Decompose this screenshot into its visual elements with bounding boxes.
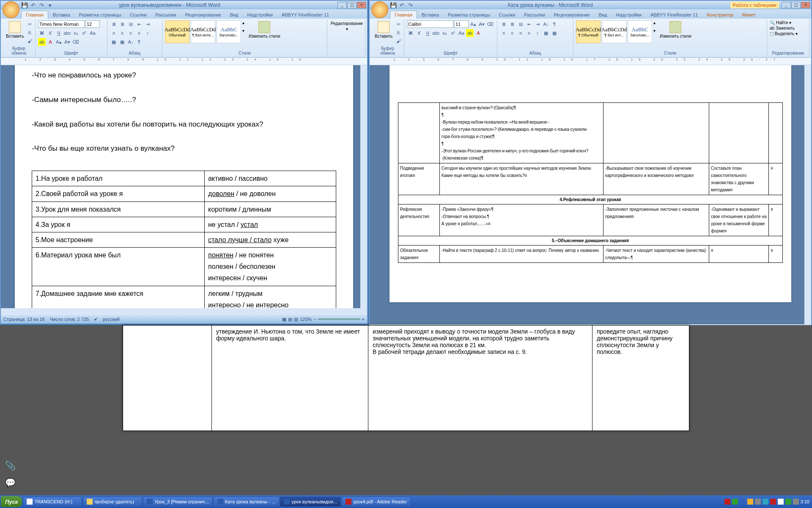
styles-down-icon[interactable]: ▾ bbox=[242, 28, 247, 33]
superscript-button[interactable]: x² bbox=[80, 29, 88, 37]
tab-pagelayout[interactable]: Разметка страницы bbox=[75, 11, 126, 19]
tab-layout[interactable]: Макет bbox=[738, 11, 760, 19]
strike-button[interactable]: abc bbox=[432, 29, 440, 37]
start-button[interactable]: Пуск bbox=[1, 496, 22, 507]
taskbar-item[interactable]: проба(не удалять) bbox=[83, 497, 142, 507]
styles-up-icon[interactable]: ▴ bbox=[653, 20, 658, 25]
cut-icon[interactable]: ✂ bbox=[395, 20, 402, 28]
zoom-slider[interactable] bbox=[318, 318, 360, 320]
tab-home[interactable]: Главная bbox=[390, 11, 417, 19]
grow-font-button[interactable]: A▴ bbox=[469, 20, 477, 28]
align-left-button[interactable]: ≡ bbox=[110, 29, 118, 37]
minimize-button[interactable]: _ bbox=[782, 2, 791, 8]
editing-button[interactable]: Редактирование▾ bbox=[330, 20, 364, 32]
qat-more-icon[interactable]: ▾ bbox=[47, 2, 53, 8]
copy-icon[interactable]: ⎘ bbox=[395, 29, 402, 36]
underline-button[interactable]: Ч bbox=[424, 29, 431, 37]
align-center-button[interactable]: ≡ bbox=[508, 29, 516, 37]
borders-button[interactable]: ▦ bbox=[551, 29, 558, 37]
close-button[interactable]: × bbox=[357, 2, 366, 8]
tab-view[interactable]: Вид bbox=[595, 11, 612, 19]
change-case-button[interactable]: Aa bbox=[458, 29, 465, 37]
highlight-button[interactable]: ab bbox=[38, 38, 46, 46]
comment-icon[interactable]: 💬 bbox=[5, 478, 16, 488]
underline-button[interactable]: Ч bbox=[55, 29, 63, 37]
status-words[interactable]: Число слов: 2 725 bbox=[50, 317, 89, 322]
font-color-button[interactable]: A bbox=[475, 29, 482, 37]
tray-icon[interactable] bbox=[740, 499, 746, 505]
justify-button[interactable]: ≡ bbox=[525, 29, 533, 37]
tab-insert[interactable]: Вставка bbox=[49, 11, 74, 19]
show-marks-button[interactable]: ¶ bbox=[135, 38, 143, 46]
highlight-button[interactable]: ab bbox=[466, 29, 474, 37]
tab-addins[interactable]: Надстройки bbox=[243, 11, 277, 19]
style-normal[interactable]: AaBbCcDdОбычный bbox=[165, 20, 189, 43]
style-heading1[interactable]: AaBbCЗаголово... bbox=[628, 20, 652, 43]
italic-button[interactable]: К bbox=[47, 29, 54, 37]
horizontal-scrollbar[interactable] bbox=[1, 308, 360, 315]
tray-icon[interactable] bbox=[778, 499, 784, 505]
tab-abbyy[interactable]: ABBYY FineReader 11 bbox=[277, 11, 333, 19]
document-area[interactable]: -Что не понравилось на уроке? -Самым инт… bbox=[1, 65, 367, 315]
close-button[interactable]: × bbox=[801, 2, 810, 8]
strike-button[interactable]: abc bbox=[63, 29, 71, 37]
italic-button[interactable]: К bbox=[415, 29, 423, 37]
spellcheck-icon[interactable]: ✔ bbox=[94, 317, 98, 322]
find-button[interactable]: 🔍 Найти ▾ bbox=[770, 20, 791, 25]
select-button[interactable]: ⬚ Выделить ▾ bbox=[770, 31, 798, 36]
document-area[interactable]: высокий·в·стране·вулкан?·(Орисаба)¶ ¶ -В… bbox=[370, 65, 811, 324]
zoom-in-button[interactable]: + bbox=[362, 317, 365, 322]
multilevel-button[interactable]: ⊟ bbox=[517, 20, 524, 28]
shading-button[interactable]: ▦ bbox=[110, 38, 118, 46]
save-icon[interactable]: 💾 bbox=[390, 2, 397, 8]
tray-icon[interactable] bbox=[755, 499, 761, 505]
horizontal-ruler[interactable]: ·1·2·3·6·7·8·9·10·11·15·16·17·18·19·20·2… bbox=[370, 58, 811, 65]
align-right-button[interactable]: ≡ bbox=[517, 29, 524, 37]
tab-review[interactable]: Рецензирование bbox=[550, 11, 594, 19]
indent-dec-button[interactable]: ⇤ bbox=[525, 20, 533, 28]
taskbar-item[interactable]: Ката урока вулканы - ... bbox=[214, 497, 280, 507]
attachment-icon[interactable]: 📎 bbox=[5, 461, 16, 471]
status-lang[interactable]: русский bbox=[103, 317, 119, 322]
style-nospacing[interactable]: AaBbCcDd¶ Без инте... bbox=[191, 20, 215, 43]
line-spacing-button[interactable]: ↕ bbox=[534, 29, 541, 37]
status-page[interactable]: Страница: 13 из 16 bbox=[3, 317, 45, 322]
styles-up-icon[interactable]: ▴ bbox=[242, 20, 247, 25]
undo-icon[interactable]: ↶ bbox=[30, 2, 36, 8]
redo-icon[interactable]: ↷ bbox=[38, 2, 45, 8]
tab-review[interactable]: Рецензирование bbox=[181, 11, 225, 19]
line-spacing-button[interactable]: ↕ bbox=[144, 29, 151, 37]
justify-button[interactable]: ≡ bbox=[135, 29, 143, 37]
font-name-combo[interactable] bbox=[38, 20, 85, 28]
shrink-font-button[interactable]: A▾ bbox=[63, 38, 71, 46]
bullets-button[interactable]: ≣ bbox=[110, 20, 118, 28]
style-nospacing[interactable]: AaBbCcDd¶ Без инт... bbox=[602, 20, 626, 43]
cut-icon[interactable]: ✂ bbox=[26, 20, 33, 28]
taskbar-item[interactable]: урок вулканывидои... bbox=[280, 497, 341, 507]
tray-icon[interactable] bbox=[724, 499, 730, 505]
sort-button[interactable]: A↓ bbox=[127, 38, 134, 46]
clear-format-button[interactable]: ⌫ bbox=[486, 20, 494, 28]
lang-icon[interactable] bbox=[770, 499, 776, 505]
replace-button[interactable]: ab Заменить bbox=[770, 26, 795, 30]
tab-home[interactable]: Главная bbox=[21, 11, 48, 19]
font-size-combo[interactable] bbox=[454, 20, 469, 28]
show-marks-button[interactable]: ¶ bbox=[551, 20, 558, 28]
copy-icon[interactable]: ⎘ bbox=[26, 29, 33, 36]
clear-format-button[interactable]: ⌫ bbox=[72, 38, 80, 46]
tab-references[interactable]: Ссылки bbox=[126, 11, 151, 19]
format-painter-icon[interactable]: 🖌 bbox=[395, 37, 402, 45]
borders-button[interactable]: ▦ bbox=[118, 38, 126, 46]
sort-button[interactable]: A↓ bbox=[542, 20, 550, 28]
clock[interactable]: 3:10 bbox=[801, 499, 809, 504]
font-size-combo[interactable] bbox=[85, 20, 100, 28]
paste-button[interactable]: Вставить bbox=[5, 20, 25, 39]
format-painter-icon[interactable]: 🖌 bbox=[26, 37, 33, 45]
tab-design[interactable]: Конструктор bbox=[702, 11, 738, 19]
shading-button[interactable]: ▦ bbox=[542, 29, 550, 37]
numbering-button[interactable]: ≣ bbox=[118, 20, 126, 28]
bold-button[interactable]: Ж bbox=[407, 29, 414, 37]
tray-icon[interactable] bbox=[763, 499, 768, 505]
subscript-button[interactable]: x₂ bbox=[441, 29, 448, 37]
indent-inc-button[interactable]: ⇥ bbox=[534, 20, 541, 28]
